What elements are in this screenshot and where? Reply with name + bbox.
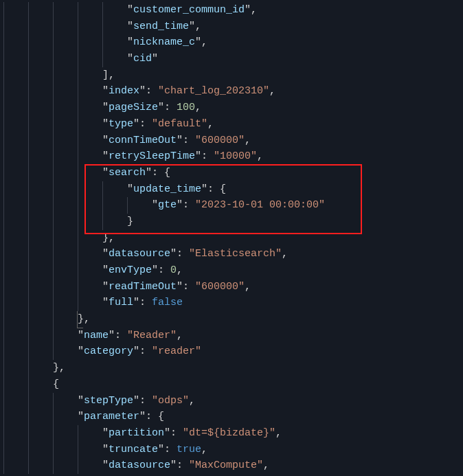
token-punct: :: [146, 411, 158, 422]
token-punct: ": [127, 36, 133, 48]
token-punct: {: [53, 378, 59, 390]
token-punct: ": [102, 427, 109, 439]
code-line[interactable]: {: [0, 376, 463, 393]
code-line[interactable]: "customer_commun_id",: [0, 2, 463, 19]
token-punct: :: [183, 281, 195, 293]
token-punct: ": [133, 345, 139, 357]
code-line[interactable]: "cid": [0, 51, 463, 67]
code-line[interactable]: "retrySleepTime": "10000",: [0, 148, 463, 165]
token-punct: ": [133, 297, 139, 308]
code-line[interactable]: "search": {: [0, 165, 463, 181]
token-str: "odps": [152, 395, 189, 407]
token-punct: ": [127, 4, 133, 16]
token-str: "MaxCompute": [189, 460, 263, 471]
token-punct: {: [164, 167, 170, 179]
token-key: name: [84, 330, 109, 341]
token-punct: ": [195, 150, 201, 162]
token-punct: ": [201, 183, 207, 195]
token-num: 100: [177, 102, 195, 113]
token-punct: ": [102, 135, 109, 146]
token-punct: ": [102, 460, 109, 471]
token-punct: ,: [84, 313, 90, 325]
token-punct: ": [245, 4, 251, 16]
token-key: retrySleepTime: [109, 150, 195, 162]
token-punct: ,: [263, 460, 269, 471]
token-punct: ": [102, 167, 109, 179]
token-punct: ,: [109, 232, 115, 244]
token-punct: :: [115, 330, 127, 341]
code-line[interactable]: "partition": "dt=${bizdate}",: [0, 425, 463, 442]
code-line[interactable]: "gte": "2023-10-01 00:00:00": [0, 197, 463, 214]
token-punct: ": [102, 118, 109, 130]
code-line[interactable]: "datasource": "MaxCompute",: [0, 457, 463, 474]
code-line[interactable]: },: [0, 360, 463, 376]
token-key: send_time: [133, 21, 189, 32]
token-punct: ": [127, 53, 133, 65]
token-key: envType: [109, 264, 152, 276]
token-punct: ,: [275, 427, 282, 439]
code-editor[interactable]: "customer_commun_id","send_time","nickna…: [0, 0, 463, 474]
code-line[interactable]: },: [0, 311, 463, 328]
token-str: "default": [152, 118, 207, 130]
token-punct: ": [133, 395, 139, 407]
code-line[interactable]: "send_time",: [0, 19, 463, 35]
code-line[interactable]: "truncate": true,: [0, 442, 463, 458]
token-punct: ": [102, 297, 109, 308]
token-punct: :: [207, 183, 220, 195]
token-punct: ,: [269, 85, 275, 97]
token-key: category: [84, 345, 133, 357]
code-line[interactable]: "index": "chart_log_202310",: [0, 83, 463, 100]
token-punct: ,: [189, 395, 195, 407]
token-punct: ,: [177, 330, 183, 341]
token-punct: :: [139, 297, 152, 308]
code-line[interactable]: },: [0, 230, 463, 247]
code-line[interactable]: }: [0, 214, 463, 230]
token-str: "10000": [214, 150, 257, 162]
token-bool: false: [152, 297, 183, 308]
token-key: customer_commun_id: [133, 4, 245, 16]
token-str: "Reader": [127, 330, 177, 341]
code-line[interactable]: "type": "default",: [0, 116, 463, 133]
code-line[interactable]: ],: [0, 67, 463, 84]
code-line[interactable]: "name": "Reader",: [0, 328, 463, 344]
token-str: "reader": [152, 345, 201, 357]
code-line[interactable]: "nickname_c",: [0, 34, 463, 51]
token-punct: ": [78, 330, 84, 341]
token-punct: :: [139, 345, 152, 357]
token-str: "dt=${bizdate}": [183, 427, 275, 439]
token-punct: {: [220, 183, 226, 195]
token-punct: :: [177, 460, 189, 471]
token-punct: :: [183, 199, 195, 211]
code-line[interactable]: "pageSize": 100,: [0, 100, 463, 116]
token-punct: ": [195, 36, 201, 48]
token-punct: ,: [245, 281, 251, 293]
token-punct: :: [152, 167, 164, 179]
token-punct: ,: [177, 264, 183, 276]
code-line[interactable]: "datasource": "Elasticsearch",: [0, 246, 463, 262]
token-key: gte: [158, 199, 177, 211]
token-punct: ": [152, 264, 158, 276]
token-punct: ,: [195, 21, 201, 32]
token-key: datasource: [109, 460, 170, 471]
token-punct: :: [139, 395, 152, 407]
token-punct: :: [177, 248, 189, 260]
token-punct: ,: [245, 135, 251, 146]
code-line[interactable]: "category": "reader": [0, 343, 463, 360]
token-punct: ": [109, 330, 115, 341]
token-punct: :: [158, 264, 170, 276]
code-line[interactable]: "full": false: [0, 295, 463, 311]
token-punct: :: [164, 102, 177, 113]
code-line[interactable]: "stepType": "odps",: [0, 393, 463, 409]
token-punct: ": [78, 345, 84, 357]
code-line[interactable]: "update_time": {: [0, 181, 463, 198]
code-line[interactable]: "connTimeOut": "600000",: [0, 133, 463, 149]
token-punct: :: [146, 85, 158, 97]
token-punct: ,: [109, 69, 115, 81]
code-line[interactable]: "readTimeOut": "600000",: [0, 279, 463, 295]
token-key: nickname_c: [133, 36, 195, 48]
code-line[interactable]: "envType": 0,: [0, 262, 463, 279]
code-line[interactable]: "parameter": {: [0, 409, 463, 425]
token-punct: ,: [201, 36, 207, 48]
token-punct: ": [102, 444, 109, 455]
token-punct: ": [170, 460, 177, 471]
